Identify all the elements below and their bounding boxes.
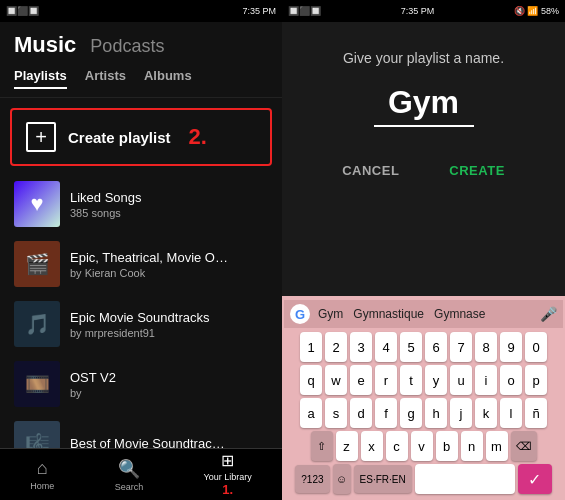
keyboard: G Gym Gymnastique Gymnase 🎤 1 2 3 4 5 6 … bbox=[282, 296, 565, 500]
dialog-prompt: Give your playlist a name. bbox=[343, 50, 504, 66]
liked-songs-thumb: ♥ bbox=[14, 181, 60, 227]
create-button[interactable]: CREATE bbox=[449, 163, 504, 178]
key-f[interactable]: f bbox=[375, 398, 397, 428]
nav-search-label: Search bbox=[115, 482, 144, 492]
key-7[interactable]: 7 bbox=[450, 332, 472, 362]
mic-icon[interactable]: 🎤 bbox=[540, 306, 557, 322]
key-3[interactable]: 3 bbox=[350, 332, 372, 362]
tab-albums[interactable]: Albums bbox=[144, 68, 192, 89]
key-d[interactable]: d bbox=[350, 398, 372, 428]
list-item[interactable]: ♥ Liked Songs 385 songs bbox=[0, 174, 282, 234]
qwerty-row: q w e r t y u i o p bbox=[284, 365, 563, 395]
keyboard-suggestions-bar: G Gym Gymnastique Gymnase 🎤 bbox=[284, 300, 563, 328]
playlist-sub: 385 songs bbox=[70, 207, 268, 219]
right-status-bar: 🔲⬛🔲 7:35 PM 🔇 📶 58% bbox=[282, 0, 565, 22]
right-status-icons: 🔇 📶 58% bbox=[514, 6, 559, 16]
key-k[interactable]: k bbox=[475, 398, 497, 428]
notification-icons: 🔲⬛🔲 bbox=[6, 6, 39, 16]
status-right: 7:35 PM bbox=[242, 6, 276, 16]
key-n-tilde[interactable]: ñ bbox=[525, 398, 547, 428]
app-title-music: Music bbox=[14, 32, 76, 58]
key-s[interactable]: s bbox=[325, 398, 347, 428]
key-t[interactable]: t bbox=[400, 365, 422, 395]
key-4[interactable]: 4 bbox=[375, 332, 397, 362]
key-z[interactable]: z bbox=[336, 431, 358, 461]
key-c[interactable]: c bbox=[386, 431, 408, 461]
key-x[interactable]: x bbox=[361, 431, 383, 461]
left-panel: 🔲⬛🔲 7:35 PM Music Podcasts Playlists Art… bbox=[0, 0, 282, 500]
plus-icon: + bbox=[26, 122, 56, 152]
shift-key[interactable]: ⇧ bbox=[311, 431, 333, 461]
key-l[interactable]: l bbox=[500, 398, 522, 428]
search-icon: 🔍 bbox=[118, 458, 140, 480]
list-item[interactable]: 🎞️ OST V2 by bbox=[0, 354, 282, 414]
key-i[interactable]: i bbox=[475, 365, 497, 395]
create-playlist-label: Create playlist bbox=[68, 129, 171, 146]
key-5[interactable]: 5 bbox=[400, 332, 422, 362]
cancel-button[interactable]: CANCEL bbox=[342, 163, 399, 178]
key-w[interactable]: w bbox=[325, 365, 347, 395]
heart-icon: ♥ bbox=[30, 191, 43, 217]
delete-key[interactable]: ⌫ bbox=[511, 431, 537, 461]
epic-movie-thumb: 🎵 bbox=[14, 301, 60, 347]
suggestions-list: Gym Gymnastique Gymnase bbox=[318, 307, 532, 321]
nav-search[interactable]: 🔍 Search bbox=[115, 458, 144, 492]
step-2-label: 2. bbox=[189, 124, 207, 150]
ost-v2-thumb: 🎞️ bbox=[14, 361, 60, 407]
emoji-key[interactable]: ☺ bbox=[333, 464, 351, 494]
google-logo: G bbox=[290, 304, 310, 324]
key-2[interactable]: 2 bbox=[325, 332, 347, 362]
enter-key[interactable]: ✓ bbox=[518, 464, 552, 494]
key-a[interactable]: a bbox=[300, 398, 322, 428]
epic-theatrical-thumb: 🎬 bbox=[14, 241, 60, 287]
suggestion-gymnastique[interactable]: Gymnastique bbox=[353, 307, 424, 321]
key-r[interactable]: r bbox=[375, 365, 397, 395]
bottom-nav: ⌂ Home 🔍 Search ⊞ Your Library 1. bbox=[0, 448, 282, 500]
nav-library[interactable]: ⊞ Your Library 1. bbox=[204, 451, 252, 499]
key-y[interactable]: y bbox=[425, 365, 447, 395]
key-j[interactable]: j bbox=[450, 398, 472, 428]
key-g[interactable]: g bbox=[400, 398, 422, 428]
playlist-name: Epic, Theatrical, Movie OSTs, b... bbox=[70, 250, 230, 265]
create-playlist-button[interactable]: + Create playlist 2. bbox=[10, 108, 272, 166]
key-u[interactable]: u bbox=[450, 365, 472, 395]
suggestion-gym[interactable]: Gym bbox=[318, 307, 343, 321]
key-v[interactable]: v bbox=[411, 431, 433, 461]
number-row: 1 2 3 4 5 6 7 8 9 0 bbox=[284, 332, 563, 362]
tab-playlists[interactable]: Playlists bbox=[14, 68, 67, 89]
symbols-key[interactable]: ?123 bbox=[295, 465, 329, 493]
key-9[interactable]: 9 bbox=[500, 332, 522, 362]
nav-home-label: Home bbox=[30, 481, 54, 491]
dialog-actions: CANCEL CREATE bbox=[342, 163, 505, 178]
list-item[interactable]: 🎬 Epic, Theatrical, Movie OSTs, b... by … bbox=[0, 234, 282, 294]
key-q[interactable]: q bbox=[300, 365, 322, 395]
playlist-name: Epic Movie Soundtracks bbox=[70, 310, 230, 325]
right-status-time: 7:35 PM bbox=[401, 6, 435, 16]
key-8[interactable]: 8 bbox=[475, 332, 497, 362]
key-m[interactable]: m bbox=[486, 431, 508, 461]
key-b[interactable]: b bbox=[436, 431, 458, 461]
key-1[interactable]: 1 bbox=[300, 332, 322, 362]
key-0[interactable]: 0 bbox=[525, 332, 547, 362]
playlist-info: OST V2 by bbox=[70, 370, 268, 399]
tab-artists[interactable]: Artists bbox=[85, 68, 126, 89]
space-key[interactable] bbox=[415, 464, 515, 494]
language-key[interactable]: ES·FR·EN bbox=[354, 465, 412, 493]
key-n[interactable]: n bbox=[461, 431, 483, 461]
playlist-name-input[interactable]: Gym bbox=[374, 84, 474, 127]
suggestion-gymnase[interactable]: Gymnase bbox=[434, 307, 485, 321]
list-item[interactable]: 🎼 Best of Movie Soundtracks by ... bbox=[0, 414, 282, 448]
list-item[interactable]: 🎵 Epic Movie Soundtracks by mrpresident9… bbox=[0, 294, 282, 354]
key-6[interactable]: 6 bbox=[425, 332, 447, 362]
nav-home[interactable]: ⌂ Home bbox=[30, 458, 54, 491]
right-status-left: 🔲⬛🔲 bbox=[288, 6, 321, 16]
playlist-name: OST V2 bbox=[70, 370, 230, 385]
step-1-label: 1. bbox=[222, 482, 233, 497]
playlist-info: Epic, Theatrical, Movie OSTs, b... by Ki… bbox=[70, 250, 268, 279]
key-p[interactable]: p bbox=[525, 365, 547, 395]
score-icon: 🎼 bbox=[25, 432, 50, 448]
key-o[interactable]: o bbox=[500, 365, 522, 395]
key-e[interactable]: e bbox=[350, 365, 372, 395]
key-h[interactable]: h bbox=[425, 398, 447, 428]
playlist-sub: by Kieran Cook bbox=[70, 267, 268, 279]
